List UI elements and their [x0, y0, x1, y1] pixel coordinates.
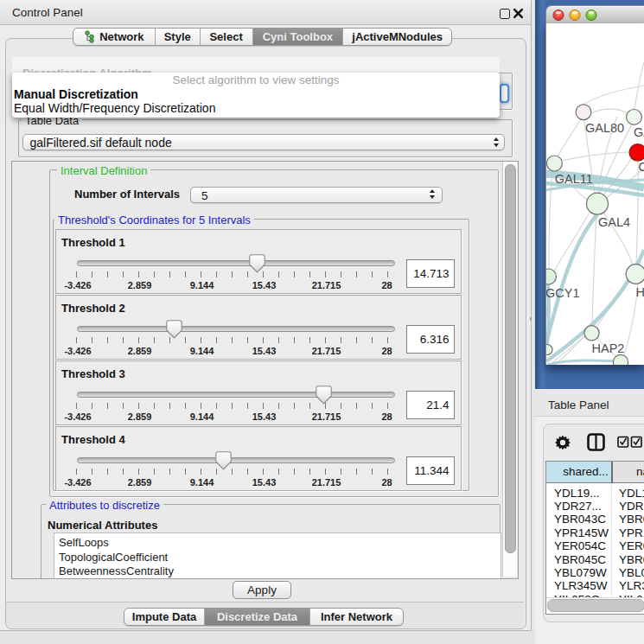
svg-text:HAP2: HAP2 — [592, 341, 625, 355]
svg-text:GCY1: GCY1 — [546, 286, 580, 300]
svg-text:GAL4: GAL4 — [598, 215, 630, 229]
svg-text:GAL80: GAL80 — [585, 121, 624, 135]
svg-text:GA: GA — [634, 125, 644, 139]
svg-text:C: C — [639, 160, 644, 174]
svg-text:GAL11: GAL11 — [555, 172, 593, 186]
svg-text:H: H — [636, 285, 644, 299]
